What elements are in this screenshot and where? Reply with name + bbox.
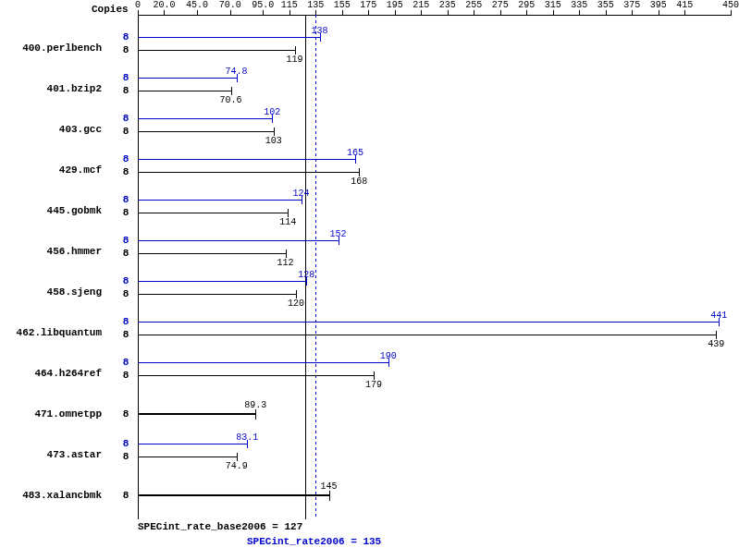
copies-base: 8: [118, 44, 133, 55]
base-bar: [138, 91, 231, 91]
x-tick-label: 70.0: [219, 0, 241, 10]
peak-bar: [138, 37, 320, 38]
peak-bar: [138, 322, 719, 323]
base-value: 89.3: [244, 400, 266, 410]
copies-base: 8: [118, 248, 133, 259]
copies-peak: 8: [118, 438, 133, 449]
base-cap: [296, 290, 297, 298]
x-tick-label: 295: [518, 0, 535, 10]
x-tick-label: 95.0: [252, 0, 274, 10]
base-bar: [138, 335, 716, 335]
peak-bar: [138, 118, 272, 119]
x-tick-label: 450: [722, 0, 739, 10]
x-tick: [579, 10, 580, 16]
x-tick: [526, 10, 527, 16]
benchmark-label: 445.gobmk: [0, 205, 102, 216]
peak-bar: [138, 200, 302, 201]
base-value: 103: [265, 136, 282, 146]
x-tick-label: 45.0: [186, 0, 208, 10]
benchmark-label: 483.xalancbmk: [0, 490, 102, 501]
base-cap: [237, 453, 238, 461]
x-tick-label: 335: [571, 0, 587, 10]
base-cap: [295, 46, 296, 55]
base-bar: [138, 172, 359, 173]
base-bar: [138, 494, 329, 496]
copies-base: 8: [118, 207, 133, 218]
copies-peak: 8: [118, 316, 133, 327]
x-tick: [500, 10, 501, 16]
base-value: 439: [708, 339, 724, 349]
benchmark-label: 429.mcf: [0, 164, 102, 176]
base-bar: [138, 253, 286, 254]
base-value: 168: [351, 177, 367, 187]
base-bar: [138, 213, 288, 213]
x-tick: [368, 10, 369, 16]
x-tick: [230, 10, 231, 16]
x-tick-label: 135: [307, 0, 324, 10]
x-tick-label: 115: [281, 0, 298, 10]
copies-base: 8: [118, 85, 133, 96]
peak-value: 102: [264, 107, 280, 117]
x-tick-label: 315: [545, 0, 561, 10]
peak-bar: [138, 362, 388, 363]
x-tick-label: 275: [492, 0, 509, 10]
base-value: 114: [279, 217, 296, 227]
base-value: 179: [365, 380, 382, 390]
peak-bar: [138, 159, 355, 160]
x-tick: [474, 10, 474, 16]
x-tick-label: 195: [387, 0, 403, 10]
x-tick-label: 155: [334, 0, 351, 10]
specint-base-line: [305, 15, 306, 519]
base-cap: [286, 250, 287, 258]
base-value: 70.6: [220, 95, 242, 105]
copies-base: 8: [118, 451, 133, 462]
x-tick: [289, 10, 290, 16]
x-tick: [263, 10, 264, 16]
peak-value: 152: [329, 229, 346, 239]
x-tick: [197, 10, 198, 16]
x-tick: [421, 10, 422, 16]
base-cap: [329, 491, 330, 501]
base-value: 145: [321, 481, 338, 492]
copies-peak: 8: [118, 194, 133, 205]
copies-base: 8: [118, 329, 133, 340]
peak-value: 83.1: [236, 432, 258, 443]
benchmark-label: 471.omnetpp: [0, 408, 102, 420]
base-bar: [138, 131, 274, 132]
x-tick-label: 175: [360, 0, 376, 10]
benchmark-label: 401.bzip2: [0, 83, 102, 94]
peak-bar: [138, 240, 339, 241]
base-cap: [359, 168, 360, 177]
benchmark-label: 464.h264ref: [0, 368, 102, 379]
x-tick: [138, 10, 139, 16]
peak-value: 441: [710, 310, 727, 321]
copies-peak: 8: [118, 153, 133, 164]
specint-peak-line: [315, 15, 316, 519]
base-bar: [138, 294, 296, 295]
base-cap: [274, 128, 275, 136]
x-tick: [448, 10, 449, 16]
copies-peak: 8: [118, 235, 133, 246]
peak-value: 190: [380, 351, 397, 361]
peak-value: 165: [347, 148, 363, 158]
copies-header: Copies: [92, 4, 129, 15]
base-bar: [138, 50, 295, 51]
x-tick-label: 215: [413, 0, 429, 10]
specint-peak-label: SPECint_rate2006 = 135: [247, 536, 381, 547]
base-value: 112: [277, 258, 294, 268]
benchmark-label: 400.perlbench: [0, 43, 102, 54]
base-bar: [138, 375, 374, 376]
x-tick: [342, 10, 343, 16]
x-tick: [553, 10, 554, 16]
benchmark-label: 456.hmmer: [0, 246, 102, 257]
peak-value: 138: [312, 26, 328, 36]
peak-value: 124: [293, 189, 310, 199]
base-bar: [138, 457, 237, 457]
benchmark-label: 403.gcc: [0, 124, 102, 135]
base-bar: [138, 413, 255, 415]
copies-base: 8: [118, 166, 133, 177]
x-tick: [395, 10, 396, 16]
x-tick: [606, 10, 607, 16]
base-cap: [231, 87, 232, 95]
x-tick-label: 255: [465, 0, 482, 10]
